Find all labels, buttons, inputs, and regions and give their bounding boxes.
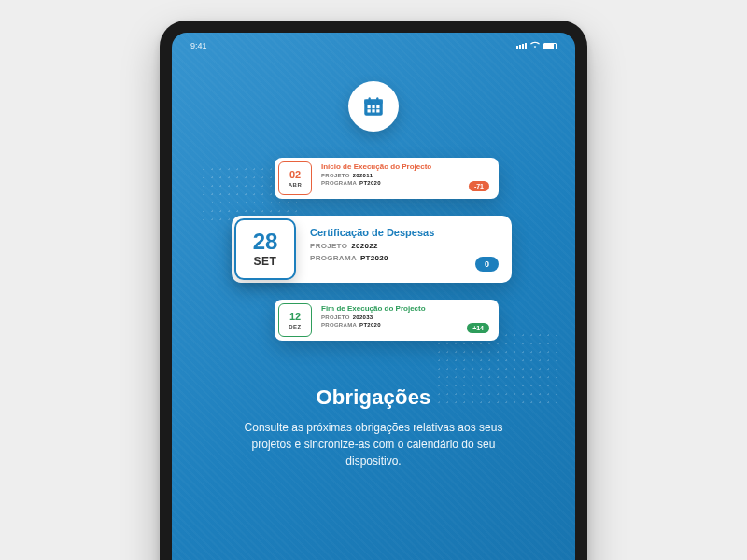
date-month: SET [254, 255, 277, 268]
canvas: 9:41 [0, 0, 747, 560]
date-day: 28 [253, 231, 278, 253]
battery-icon [543, 43, 557, 49]
svg-rect-8 [369, 97, 371, 101]
status-time: 9:41 [190, 41, 207, 50]
svg-rect-9 [376, 97, 378, 101]
hero-calendar-icon [348, 81, 399, 132]
card-project: PROJETO202022 [310, 242, 499, 250]
obligations-card-stack: 02 ABR Início de Execução do Projecto PR… [172, 158, 575, 354]
date-badge: 28 SET [234, 218, 296, 280]
days-delta-badge: -71 [469, 181, 489, 191]
svg-rect-3 [372, 105, 374, 108]
onboarding-screen: 9:41 [172, 33, 575, 560]
card-title: Fim de Execução do Projecto [321, 304, 491, 313]
date-month: DEZ [289, 324, 302, 329]
tablet-frame: 9:41 [160, 21, 587, 560]
days-delta-badge: +14 [467, 323, 489, 333]
obligation-card[interactable]: 12 DEZ Fim de Execução do Projecto PROJE… [275, 300, 499, 341]
svg-rect-4 [376, 105, 379, 108]
date-month: ABR [289, 182, 303, 188]
card-body: Certificação de Despesas PROJETO202022 P… [299, 216, 512, 283]
onboarding-copy: Obrigações Consulte as próximas obrigaçõ… [172, 385, 575, 469]
status-indicators [516, 40, 557, 51]
date-badge: 02 ABR [278, 161, 312, 195]
signal-icon [516, 43, 527, 49]
card-program: PROGRAMAPT2020 [321, 322, 491, 328]
card-body: Fim de Execução do Projecto PROJETO20203… [316, 300, 499, 341]
obligation-card[interactable]: 02 ABR Início de Execução do Projecto PR… [275, 158, 499, 199]
date-day: 12 [289, 312, 301, 322]
svg-rect-1 [364, 99, 383, 103]
card-program: PROGRAMAPT2020 [321, 180, 491, 186]
svg-rect-6 [372, 109, 374, 112]
calendar-icon [361, 94, 386, 119]
svg-rect-5 [368, 109, 371, 112]
card-body: Início de Execução do Projecto PROJETO20… [316, 158, 499, 199]
date-day: 02 [289, 170, 301, 180]
wifi-icon [530, 40, 540, 51]
card-title: Início de Execução do Projecto [321, 162, 491, 171]
obligation-card-featured[interactable]: 28 SET Certificação de Despesas PROJETO2… [232, 216, 512, 283]
date-badge: 12 DEZ [278, 303, 312, 337]
card-project: PROJETO202011 [321, 173, 491, 178]
svg-rect-7 [376, 109, 379, 112]
status-bar: 9:41 [172, 33, 575, 51]
card-program: PROGRAMAPT2020 [310, 254, 499, 262]
days-delta-badge: 0 [475, 257, 499, 272]
page-subtitle: Consulte as próximas obrigações relativa… [228, 419, 519, 469]
svg-rect-2 [368, 105, 371, 108]
card-project: PROJETO202033 [321, 315, 491, 320]
page-title: Obrigações [228, 385, 519, 410]
card-title: Certificação de Despesas [310, 227, 499, 238]
